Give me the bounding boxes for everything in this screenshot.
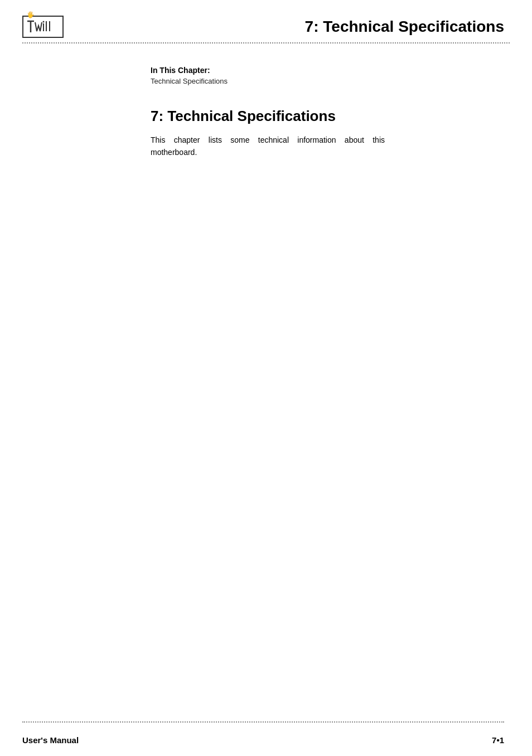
main-content: In This Chapter: Technical Specification…	[0, 43, 532, 159]
header-title: 7: Technical Specifications	[305, 16, 504, 36]
page-footer: User's Manual 7•1	[22, 735, 504, 745]
in-this-chapter-section: In This Chapter: Technical Specification…	[151, 66, 504, 85]
in-this-chapter-label: In This Chapter:	[151, 66, 504, 75]
page-header: 🖐 7: Techni	[0, 0, 532, 38]
footer-separator	[22, 721, 504, 723]
logo-area: 🖐	[22, 16, 64, 38]
page-container: 🖐 7: Techni	[0, 0, 532, 756]
in-this-chapter-item: Technical Specifications	[151, 77, 504, 85]
footer-right-label: 7•1	[492, 735, 504, 745]
logo-box: 🖐	[22, 16, 64, 38]
chapter-section: 7: Technical Specifications This chapter…	[151, 108, 504, 159]
chapter-heading: 7: Technical Specifications	[151, 108, 504, 125]
footer-left-label: User's Manual	[22, 735, 79, 745]
logo-hand-icon: 🖐	[27, 11, 35, 18]
logo-svg	[26, 18, 60, 36]
svg-point-3	[43, 21, 45, 23]
chapter-body: This chapter lists some technical inform…	[151, 134, 385, 159]
